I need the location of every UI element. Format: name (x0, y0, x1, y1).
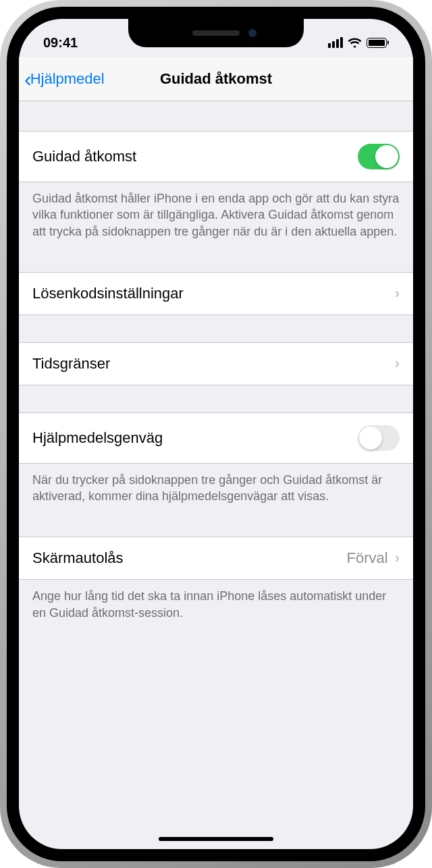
navigation-bar: ‹ Hjälpmedel Guidad åtkomst (19, 57, 413, 101)
cellular-signal-icon (328, 37, 343, 48)
status-time: 09:41 (43, 35, 78, 51)
accessibility-shortcut-footer: När du trycker på sidoknappen tre gånger… (19, 464, 413, 510)
wifi-icon (348, 38, 362, 48)
auto-lock-label: Skärmautolås (32, 549, 124, 567)
back-button[interactable]: ‹ Hjälpmedel (24, 68, 105, 90)
auto-lock-footer: Ange hur lång tid det ska ta innan iPhon… (19, 580, 413, 626)
battery-icon (367, 38, 389, 48)
guided-access-label: Guidad åtkomst (32, 148, 136, 165)
accessibility-shortcut-label: Hjälpmedelsgenväg (32, 429, 163, 447)
auto-lock-row[interactable]: Skärmautolås Förval › (19, 537, 413, 580)
guided-access-footer: Guidad åtkomst håller iPhone i en enda a… (19, 182, 413, 245)
accessibility-shortcut-toggle[interactable] (358, 425, 400, 451)
chevron-right-icon: › (395, 285, 400, 302)
guided-access-toggle[interactable] (358, 144, 400, 169)
passcode-settings-label: Lösenkodsinställningar (32, 285, 184, 302)
accessibility-shortcut-row: Hjälpmedelsgenväg (19, 412, 413, 464)
content-area: Guidad åtkomst Guidad åtkomst håller iPh… (19, 101, 413, 626)
home-indicator[interactable] (159, 837, 273, 841)
screen: 09:41 (19, 19, 413, 849)
device-frame: 09:41 (0, 0, 432, 868)
chevron-right-icon: › (395, 549, 400, 567)
auto-lock-value: Förval (347, 549, 388, 567)
passcode-settings-row[interactable]: Lösenkodsinställningar › (19, 272, 413, 315)
time-limits-row[interactable]: Tidsgränser › (19, 342, 413, 385)
chevron-right-icon: › (395, 355, 400, 373)
back-label: Hjälpmedel (30, 70, 105, 88)
notch (128, 19, 304, 47)
time-limits-label: Tidsgränser (32, 355, 110, 373)
guided-access-row: Guidad åtkomst (19, 131, 413, 182)
